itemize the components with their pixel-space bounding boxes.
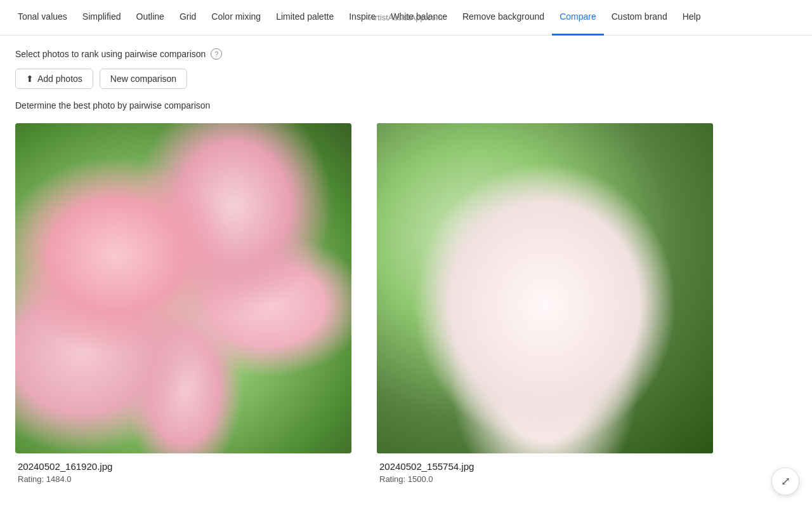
nav-item-white-balance[interactable]: White balance	[383, 0, 455, 36]
photo-card-right[interactable]: 20240502_155754.jpg Rating: 1500.0	[377, 123, 713, 484]
new-comparison-label: New comparison	[110, 74, 176, 84]
photo-rating-right: Rating: 1500.0	[379, 474, 710, 484]
section-header: Select photos to rank using pairwise com…	[15, 48, 797, 60]
nav-item-color-mixing[interactable]: Color mixing	[204, 0, 268, 36]
nav-item-remove-background[interactable]: Remove background	[455, 0, 552, 36]
top-nav: Tonal valuesSimplifiedOutlineGridColor m…	[0, 0, 812, 36]
photo-left-background	[15, 123, 351, 453]
fullscreen-button[interactable]: ⤢	[771, 467, 799, 495]
photo-card-left[interactable]: 20240502_161920.jpg Rating: 1484.0	[15, 123, 351, 484]
photo-image-left[interactable]	[15, 123, 351, 453]
new-comparison-button[interactable]: New comparison	[100, 69, 187, 89]
fullscreen-icon: ⤢	[781, 474, 790, 488]
add-photos-label: Add photos	[37, 74, 82, 84]
photo-rating-left: Rating: 1484.0	[18, 474, 349, 484]
nav-item-limited-palette[interactable]: Limited palette	[268, 0, 341, 36]
photo-filename-right: 20240502_155754.jpg	[379, 461, 710, 472]
photo-grid: 20240502_161920.jpg Rating: 1484.0 20240…	[15, 123, 797, 484]
nav-item-tonal-values[interactable]: Tonal values	[10, 0, 75, 36]
determine-text: Determine the best photo by pairwise com…	[15, 100, 797, 110]
nav-item-simplified[interactable]: Simplified	[75, 0, 129, 36]
nav-item-compare[interactable]: Compare	[552, 0, 604, 36]
main-content: Select photos to rank using pairwise com…	[0, 36, 812, 497]
upload-icon: ⬆	[26, 74, 34, 84]
photo-right-background	[377, 123, 713, 453]
nav-item-custom-brand[interactable]: Custom brand	[604, 0, 675, 36]
photo-info-right: 20240502_155754.jpg Rating: 1500.0	[377, 453, 713, 484]
photo-info-left: 20240502_161920.jpg Rating: 1484.0	[15, 453, 351, 484]
photo-filename-left: 20240502_161920.jpg	[18, 461, 349, 472]
nav-item-help[interactable]: Help	[675, 0, 709, 36]
nav-item-grid[interactable]: Grid	[172, 0, 204, 36]
nav-item-outline[interactable]: Outline	[129, 0, 172, 36]
toolbar: ⬆ Add photos New comparison	[15, 69, 797, 89]
photo-image-right[interactable]	[377, 123, 713, 453]
help-icon[interactable]: ?	[211, 48, 222, 60]
nav-item-inspire[interactable]: Inspire	[341, 0, 383, 36]
add-photos-button[interactable]: ⬆ Add photos	[15, 69, 93, 89]
section-header-text: Select photos to rank using pairwise com…	[15, 49, 206, 59]
